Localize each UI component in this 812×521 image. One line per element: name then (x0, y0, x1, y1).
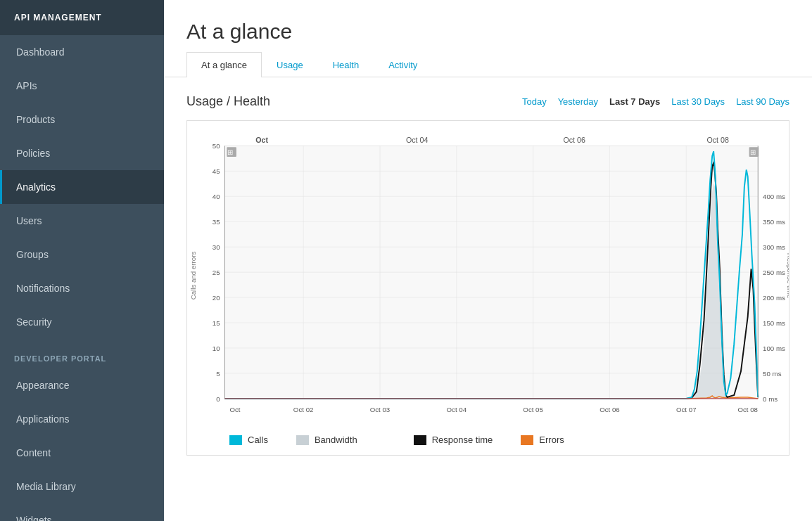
sidebar-item-appearance[interactable]: Appearance (0, 368, 164, 402)
tab-usage[interactable]: Usage (262, 52, 318, 77)
svg-text:Oct 08: Oct 08 (737, 406, 758, 413)
page-title: At a glance (186, 20, 789, 44)
errors-label: Errors (539, 435, 564, 445)
sidebar-item-media-library[interactable]: Media Library (0, 470, 164, 503)
svg-text:Calls and errors: Calls and errors (189, 252, 197, 300)
bandwidth-label: Bandwidth (315, 435, 357, 445)
main-content: At a glance At a glance Usage Health Act… (164, 0, 812, 521)
sidebar-item-policies[interactable]: Policies (0, 136, 164, 170)
errors-swatch (521, 435, 533, 445)
svg-text:0: 0 (216, 395, 220, 403)
filter-last30[interactable]: Last 30 Days (671, 96, 725, 107)
legend-response-time: Response time (414, 435, 493, 445)
legend-errors: Errors (521, 435, 564, 445)
response-time-label: Response time (432, 435, 493, 445)
svg-text:Oct: Oct (255, 136, 268, 145)
svg-text:Response time: Response time (786, 253, 789, 299)
sidebar-item-notifications[interactable]: Notifications (0, 271, 164, 305)
tab-bar: At a glance Usage Health Activity (164, 52, 812, 77)
sidebar: API MANAGEMENT Dashboard APIs Products P… (0, 0, 164, 521)
sidebar-item-groups[interactable]: Groups (0, 238, 164, 271)
svg-text:⊞: ⊞ (227, 148, 233, 156)
svg-text:250 ms: 250 ms (763, 269, 785, 276)
svg-text:400 ms: 400 ms (763, 193, 785, 200)
calls-swatch (229, 435, 242, 445)
svg-text:10: 10 (212, 345, 220, 352)
sidebar-item-products[interactable]: Products (0, 103, 164, 136)
svg-text:30: 30 (212, 243, 220, 251)
svg-text:Oct 06: Oct 06 (563, 136, 585, 145)
sidebar-item-analytics[interactable]: Analytics (0, 170, 164, 204)
legend-calls: Calls (229, 435, 268, 445)
svg-text:⊞: ⊞ (750, 148, 756, 156)
content-area: Usage / Health Today Yesterday Last 7 Da… (164, 77, 812, 472)
sidebar-item-applications[interactable]: Applications (0, 402, 164, 436)
svg-text:40: 40 (212, 193, 220, 200)
chart-container: Oct Oct 04 Oct 06 Oct 08 ⊞ ⊞ 0 5 (186, 120, 789, 456)
chart-svg: Oct Oct 04 Oct 06 Oct 08 ⊞ ⊞ 0 5 (187, 128, 789, 423)
sidebar-item-security[interactable]: Security (0, 305, 164, 339)
sidebar-item-content[interactable]: Content (0, 436, 164, 470)
section-header: Usage / Health Today Yesterday Last 7 Da… (186, 94, 789, 109)
time-filters: Today Yesterday Last 7 Days Last 30 Days… (522, 96, 789, 107)
filter-yesterday[interactable]: Yesterday (558, 96, 598, 107)
svg-text:0 ms: 0 ms (763, 395, 778, 403)
sidebar-item-widgets[interactable]: Widgets (0, 503, 164, 521)
sidebar-item-users[interactable]: Users (0, 204, 164, 238)
svg-text:200 ms: 200 ms (763, 294, 785, 302)
bandwidth-swatch (296, 435, 309, 445)
main-header: At a glance (164, 0, 812, 52)
svg-text:Oct 07: Oct 07 (676, 406, 697, 413)
svg-text:50 ms: 50 ms (763, 370, 782, 378)
sidebar-item-apis[interactable]: APIs (0, 69, 164, 103)
tab-at-a-glance[interactable]: At a glance (186, 52, 262, 77)
filter-last90[interactable]: Last 90 Days (736, 96, 789, 107)
svg-text:35: 35 (212, 218, 220, 226)
svg-text:Oct 04: Oct 04 (406, 136, 429, 145)
chart-svg-wrapper: Oct Oct 04 Oct 06 Oct 08 ⊞ ⊞ 0 5 (187, 128, 789, 426)
svg-text:Oct 06: Oct 06 (600, 406, 620, 413)
calls-label: Calls (248, 435, 268, 445)
svg-text:25: 25 (212, 269, 220, 276)
filter-last7[interactable]: Last 7 Days (609, 96, 660, 107)
svg-text:100 ms: 100 ms (763, 345, 785, 352)
svg-text:Oct 02: Oct 02 (293, 406, 314, 413)
sidebar-item-dashboard[interactable]: Dashboard (0, 35, 164, 69)
legend-bandwidth: Bandwidth (296, 435, 357, 445)
svg-text:20: 20 (212, 294, 220, 302)
filter-today[interactable]: Today (522, 96, 547, 107)
svg-text:45: 45 (212, 167, 220, 175)
svg-text:Oct 08: Oct 08 (706, 136, 729, 145)
section-title: Usage / Health (186, 94, 270, 109)
svg-text:Oct: Oct (229, 406, 240, 413)
chart-legend: Calls Bandwidth Response time Errors (187, 426, 789, 448)
tab-activity[interactable]: Activity (374, 52, 432, 77)
svg-text:5: 5 (216, 370, 220, 378)
svg-text:Oct 03: Oct 03 (370, 406, 391, 413)
response-time-swatch (414, 435, 426, 445)
svg-text:Oct 04: Oct 04 (447, 406, 467, 413)
svg-text:150 ms: 150 ms (763, 319, 785, 327)
svg-text:50: 50 (212, 142, 220, 150)
svg-text:300 ms: 300 ms (763, 243, 785, 251)
tab-health[interactable]: Health (318, 52, 374, 77)
svg-text:350 ms: 350 ms (763, 218, 785, 226)
svg-text:15: 15 (212, 319, 220, 327)
developer-portal-header: DEVELOPER PORTAL (0, 345, 164, 368)
svg-text:Oct 05: Oct 05 (523, 406, 543, 413)
app-title: API MANAGEMENT (0, 0, 164, 35)
